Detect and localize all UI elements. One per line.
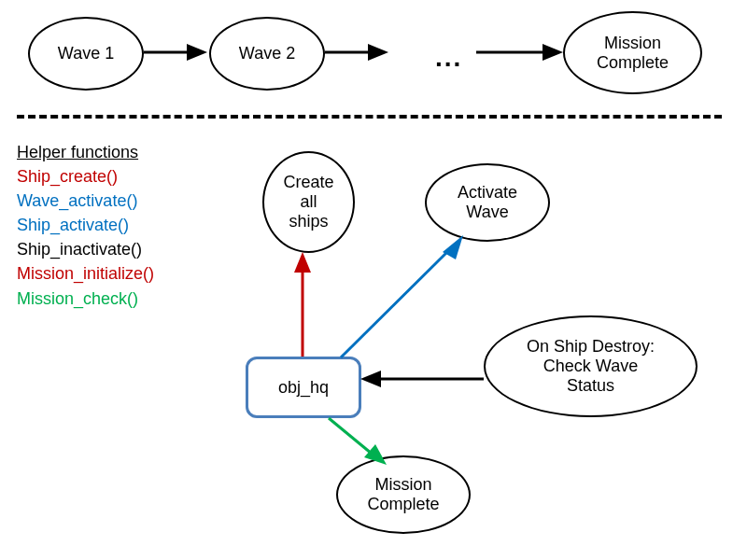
node-label: Wave 1 [58, 44, 114, 63]
divider [17, 115, 722, 119]
node-on-ship-destroy: On Ship Destroy: Check Wave Status [484, 315, 698, 417]
legend-item: Mission_check() [17, 287, 154, 311]
node-label: Activate Wave [458, 183, 517, 221]
arrow-on-destroy-objhq [359, 368, 486, 390]
arrow-ellipsis-mission-complete [474, 41, 563, 63]
arrow-wave2-ellipsis [323, 41, 388, 63]
legend-item: Wave_activate() [17, 189, 154, 213]
node-label: obj_hq [278, 378, 329, 398]
legend-item: Mission_initialize() [17, 261, 154, 286]
node-mission-complete-top: Mission Complete [563, 11, 702, 94]
legend: Helper functions Ship_create() Wave_acti… [17, 140, 154, 311]
node-create-all-ships: Create all ships [262, 151, 355, 253]
svg-marker-9 [443, 235, 463, 259]
node-label: Create all ships [283, 173, 333, 231]
legend-item: Ship_inactivate() [17, 237, 154, 261]
ellipsis: ... [435, 43, 462, 73]
legend-item: Ship_create() [17, 164, 154, 189]
svg-marker-5 [543, 44, 563, 61]
legend-title: Helper functions [17, 140, 154, 164]
svg-marker-1 [187, 44, 207, 61]
legend-item: Ship_activate() [17, 213, 154, 237]
node-label: On Ship Destroy: Check Wave Status [527, 337, 655, 395]
node-wave-1: Wave 1 [28, 17, 144, 91]
node-obj-hq: obj_hq [246, 357, 361, 418]
svg-marker-11 [360, 371, 381, 387]
svg-marker-7 [294, 252, 311, 273]
node-label: Mission Complete [597, 34, 669, 72]
arrow-wave1-wave2 [142, 41, 207, 63]
arrow-objhq-create-ships [291, 250, 314, 358]
svg-marker-3 [368, 44, 388, 61]
svg-line-12 [329, 418, 372, 454]
node-wave-2: Wave 2 [209, 17, 325, 91]
svg-line-8 [341, 248, 451, 357]
node-label: Wave 2 [239, 44, 295, 63]
node-activate-wave: Activate Wave [425, 163, 550, 242]
node-label: Mission Complete [367, 475, 439, 513]
node-mission-complete-bottom: Mission Complete [336, 455, 471, 534]
ellipsis-label: ... [435, 43, 462, 72]
arrow-objhq-activate-wave [336, 231, 472, 362]
